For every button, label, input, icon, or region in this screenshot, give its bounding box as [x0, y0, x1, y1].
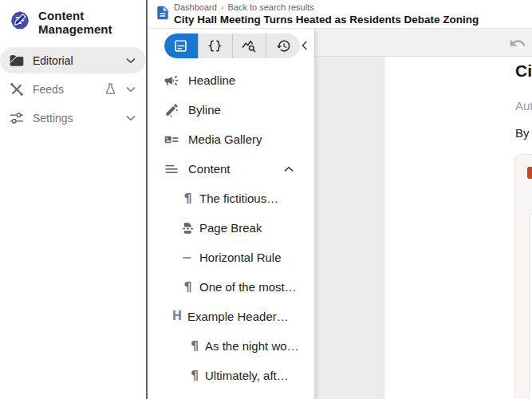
panel-tabs — [164, 34, 300, 58]
sidebar-item-label: Feeds — [33, 83, 64, 96]
breadcrumb-separator: › — [221, 2, 224, 13]
sidebar-item-label: Editorial — [33, 54, 73, 67]
ink-pen-icon — [163, 102, 180, 117]
tree-item-headline[interactable]: Headline — [149, 65, 313, 95]
paragraph-icon: ¶ — [189, 369, 200, 382]
undo-button[interactable] — [507, 33, 528, 53]
editor-card: City Hall Meeting Turns Heated as Reside… — [384, 57, 532, 399]
folder-icon — [8, 53, 26, 69]
structure-panel: HeadlineBylineMedia GalleryContent¶The f… — [149, 29, 315, 399]
standfirst-field[interactable]: Aut — [515, 99, 532, 113]
flask-icon — [104, 82, 117, 96]
tree-item-label: One of the most… — [199, 280, 297, 294]
campaign-icon — [163, 73, 180, 89]
paragraph-icon: ¶ — [189, 340, 200, 353]
history-icon — [276, 38, 291, 53]
chevron-down-icon — [124, 82, 138, 97]
dash-icon — [181, 251, 195, 265]
app-logo-icon — [10, 10, 30, 34]
sidebar-item-trailing — [124, 53, 138, 68]
document-tree: HeadlineBylineMedia GalleryContent¶The f… — [149, 65, 313, 390]
tree-item-label: Ultimately, aft… — [205, 369, 289, 382]
app-title: Content Management — [38, 9, 136, 36]
main-header: Dashboard › Back to search results City … — [149, 0, 532, 29]
sidebar-item-feeds[interactable]: Feeds — [0, 76, 146, 102]
sidebar-item-editorial[interactable]: Editorial — [0, 47, 146, 73]
sidebar-item-trailing — [124, 111, 138, 125]
tree-item-page-break[interactable]: Page Break — [149, 213, 313, 243]
tab-article[interactable] — [164, 34, 198, 58]
tree-item-one-of-the-most[interactable]: ¶One of the most… — [149, 272, 313, 302]
tab-history[interactable] — [266, 34, 300, 58]
undo-icon — [509, 34, 526, 52]
chevron-down-icon — [124, 53, 138, 68]
breadcrumb: Dashboard › Back to search results — [174, 2, 479, 13]
tree-item-label: As the night wo… — [205, 339, 299, 353]
tune-icon — [8, 110, 26, 126]
media-placeholder — [529, 213, 532, 399]
sidebar-item-trailing — [104, 82, 138, 97]
chevron-left-icon — [298, 38, 312, 53]
tree-item-media-gallery[interactable]: Media Gallery — [149, 124, 313, 154]
page-break-icon — [181, 221, 195, 235]
feeds-icon — [8, 81, 26, 97]
tree-item-label: Media Gallery — [188, 132, 262, 146]
notes-icon — [163, 161, 180, 177]
tree-item-ultimately-aft[interactable]: ¶Ultimately, aft… — [149, 361, 313, 390]
tree-item-as-the-night-wo[interactable]: ¶As the night wo… — [149, 331, 313, 361]
sidebar-item-settings[interactable]: Settings — [0, 105, 146, 131]
breadcrumb-dashboard[interactable]: Dashboard — [174, 2, 217, 13]
tree-item-label: Horizontal Rule — [199, 251, 282, 264]
article-icon — [173, 38, 188, 53]
tree-item-label: Example Header… — [187, 310, 289, 323]
sidebar: Content Management EditorialFeedsSetting… — [0, 0, 148, 399]
tree-item-content[interactable]: Content — [149, 154, 313, 184]
tree-item-byline[interactable]: Byline — [149, 95, 313, 124]
tree-item-label: The fictitious… — [199, 192, 278, 205]
tree-item-label: Page Break — [199, 221, 262, 235]
media-image-icon — [527, 167, 532, 179]
breadcrumb-back-to-search[interactable]: Back to search results — [228, 2, 314, 13]
byline-field[interactable]: By L — [515, 126, 532, 140]
tab-query-stats[interactable] — [232, 34, 266, 58]
media-gallery-block[interactable] — [514, 154, 532, 399]
tree-item-horizontal-rule[interactable]: Horizontal Rule — [149, 243, 313, 272]
tree-item-label: Headline — [188, 73, 235, 87]
paragraph-icon: ¶ — [181, 192, 195, 205]
header-icon: H — [171, 310, 183, 322]
app-logo-row: Content Management — [0, 0, 146, 44]
query-stats-icon — [242, 38, 257, 53]
chevron-down-icon — [124, 111, 138, 125]
art-track-icon — [163, 132, 180, 148]
tree-item-example-header[interactable]: HExample Header… — [149, 302, 313, 331]
collapse-panel-button[interactable] — [298, 38, 312, 53]
document-title: City Hall Meeting Turns Heated as Reside… — [174, 14, 479, 26]
tab-code-braces[interactable] — [198, 34, 232, 58]
tree-item-the-fictitious[interactable]: ¶The fictitious… — [149, 184, 313, 213]
article-doc-icon — [155, 5, 171, 24]
app-window: Content Management EditorialFeedsSetting… — [0, 0, 532, 399]
sidebar-nav: EditorialFeedsSettings — [0, 47, 146, 133]
code-braces-icon — [207, 38, 223, 53]
tree-item-label: Content — [188, 162, 231, 176]
chevron-up-icon[interactable] — [282, 162, 296, 176]
sidebar-item-label: Settings — [33, 112, 73, 124]
paragraph-icon: ¶ — [181, 281, 195, 294]
tree-item-label: Byline — [188, 103, 221, 117]
headline-field[interactable]: City Hall Meeting Turns Heated as Reside… — [515, 61, 532, 81]
